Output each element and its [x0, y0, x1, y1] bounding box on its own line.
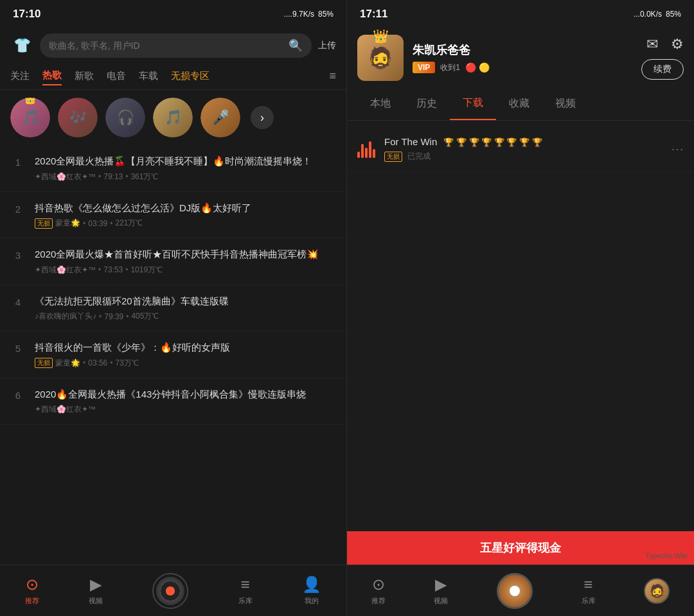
library-label: 乐库: [238, 596, 253, 606]
shirt-icon[interactable]: 👕: [10, 34, 33, 57]
song-title-4: 《无法抗拒无限循环20首洗脑曲》车载连版碟: [35, 294, 336, 309]
download-song-title: For The Win 🏆 🏆 🏆 🏆 🏆 🏆 🏆 🏆: [384, 136, 662, 147]
tab-car[interactable]: 车载: [139, 67, 158, 85]
waveform-icon: [357, 140, 375, 158]
song-meta-3: ✦西域🌸红衣✦™ • 73:53 • 1019万℃: [35, 265, 336, 276]
right-library-icon: ≡: [584, 576, 593, 594]
download-song-info: For The Win 🏆 🏆 🏆 🏆 🏆 🏆 🏆 🏆 无损 已完成: [384, 136, 662, 162]
download-lossless-badge: 无损: [384, 152, 402, 162]
song-title-1: 2020全网最火热播🍒【月亮不睡我不睡】🔥时尚潮流慢摇串烧！: [35, 154, 336, 169]
left-bottom-nav: ⊙ 推荐 ▶ 视频 ≡ 乐库 👤 我的: [0, 565, 346, 616]
song-info-3: 2020全网最火爆★首首好听★百听不厌快手抖音热播神曲冠军榜💥 ✦西域🌸红衣✦™…: [35, 247, 336, 276]
right-video-label: 视频: [434, 596, 448, 606]
tab-follow[interactable]: 关注: [10, 67, 30, 85]
song-num-6: 6: [10, 387, 26, 401]
vip-row: VIP 收到1 🔴 🟡: [413, 62, 632, 73]
star-banner-text: 五星好评得现金: [480, 540, 561, 556]
left-nav-library[interactable]: ≡ 乐库: [238, 576, 253, 606]
right-time: 17:11: [360, 8, 387, 21]
song-item-6[interactable]: 6 2020🔥全网最火热播《143分钟抖音小阿枫合集》慢歌连版串烧 ✦西域🌸红衣…: [0, 378, 346, 425]
song-artist-6: ✦西域🌸红衣✦™: [35, 404, 96, 415]
song-item-3[interactable]: 3 2020全网最火爆★首首好听★百听不厌快手抖音热播神曲冠军榜💥 ✦西域🌸红衣…: [0, 238, 346, 285]
right-nav-library[interactable]: ≡ 乐库: [582, 576, 596, 606]
song-item-4[interactable]: 4 《无法抗拒无限循环20首洗脑曲》车载连版碟 ♪喜欢嗨的疯丫头♪ • 79:3…: [0, 285, 346, 332]
tab-new[interactable]: 新歌: [75, 67, 94, 85]
mail-icon[interactable]: ✉: [646, 36, 658, 53]
download-item-1[interactable]: For The Win 🏆 🏆 🏆 🏆 🏆 🏆 🏆 🏆 无损 已完成 ⋯: [347, 126, 694, 173]
user-info: 朱凯乐爸爸 VIP 收到1 🔴 🟡: [413, 42, 632, 73]
renew-button[interactable]: 续费: [641, 59, 684, 80]
header-action-icons: ✉ ⚙: [646, 36, 684, 53]
tab-electronic[interactable]: 电音: [107, 67, 126, 85]
left-nav-mine[interactable]: 👤 我的: [302, 576, 321, 606]
song-title-2: 抖音热歌《怎么做怎么过怎么活》DJ版🔥太好听了: [35, 201, 336, 216]
right-nav-album[interactable]: [497, 573, 533, 609]
left-status-bar: 17:10 ....9.7K/s 85%: [0, 0, 346, 28]
avatar-1[interactable]: 👑 🎵: [10, 98, 50, 137]
right-nav-video[interactable]: ▶ 视频: [434, 576, 448, 606]
lossless-badge-2: 无损: [35, 218, 53, 229]
left-nav-video[interactable]: ▶ 视频: [89, 576, 103, 606]
song-artist-1: ✦西域🌸红衣✦™: [35, 172, 96, 182]
right-tab-favorite[interactable]: 收藏: [496, 88, 542, 119]
watermark: Typecho.Wiki: [646, 552, 688, 559]
song-num-5: 5: [10, 340, 26, 354]
search-input[interactable]: [49, 40, 283, 51]
user-header: 👑 🧔 朱凯乐爸爸 VIP 收到1 🔴 🟡 ✉ ⚙ 续费: [347, 28, 694, 87]
right-tab-download[interactable]: 下载: [450, 87, 496, 120]
left-panel: 17:10 ....9.7K/s 85% 👕 🔍 上传 关注 热歌 新歌 电音 …: [0, 0, 347, 616]
song-meta-2: 无损 蒙童🌟 • 03:39 • 221万℃: [35, 218, 336, 229]
video-label: 视频: [89, 596, 103, 606]
song-title-6: 2020🔥全网最火热播《143分钟抖音小阿枫合集》慢歌连版串烧: [35, 387, 336, 402]
search-bar: 👕 🔍 上传: [0, 28, 346, 63]
song-info-1: 2020全网最火热播🍒【月亮不睡我不睡】🔥时尚潮流慢摇串烧！ ✦西域🌸红衣✦™ …: [35, 154, 336, 182]
download-more-button[interactable]: ⋯: [671, 141, 684, 157]
avatar-more[interactable]: ›: [251, 106, 274, 129]
song-artist-4: ♪喜欢嗨的疯丫头♪: [35, 311, 96, 322]
avatar-5[interactable]: 🎤: [200, 98, 240, 137]
right-user-avatar: 🧔: [644, 578, 670, 604]
left-battery: 85%: [318, 10, 334, 19]
avatar-2[interactable]: 🎶: [58, 98, 98, 137]
vip-badge: VIP: [413, 62, 435, 73]
tab-lossless[interactable]: 无损专区: [171, 67, 209, 85]
download-trophy-icons: 🏆 🏆 🏆 🏆 🏆 🏆 🏆 🏆: [443, 137, 542, 147]
right-nav-user[interactable]: 🧔: [644, 578, 670, 604]
upload-button[interactable]: 上传: [318, 40, 336, 51]
nav-more-icon[interactable]: ≡: [329, 69, 336, 83]
right-video-icon: ▶: [435, 576, 447, 594]
recommend-label: 推荐: [25, 596, 39, 606]
song-item-5[interactable]: 5 抖音很火的一首歌《少年》：🔥好听的女声版 无损 蒙童🌟 • 03:56 • …: [0, 331, 346, 378]
left-time: 17:10: [13, 8, 40, 21]
avatar-3[interactable]: 🎧: [105, 98, 145, 137]
song-num-3: 3: [10, 247, 26, 261]
star-banner[interactable]: 五星好评得现金: [347, 531, 694, 565]
right-nav-recommend[interactable]: ⊙ 推荐: [371, 576, 386, 606]
song-artist-5: 蒙童🌟: [55, 358, 80, 369]
avatar-row: 👑 🎵 🎶 🎧 🎵 🎤 ›: [0, 90, 346, 145]
right-tab-local[interactable]: 本地: [357, 88, 404, 119]
right-tab-video[interactable]: 视频: [542, 88, 589, 119]
right-recommend-icon: ⊙: [372, 576, 385, 594]
right-battery: 85%: [666, 10, 681, 19]
avatar-4[interactable]: 🎵: [153, 98, 193, 137]
right-tab-history[interactable]: 历史: [404, 88, 450, 119]
song-item-1[interactable]: 1 2020全网最火热播🍒【月亮不睡我不睡】🔥时尚潮流慢摇串烧！ ✦西域🌸红衣✦…: [0, 145, 346, 192]
tab-hot[interactable]: 热歌: [42, 67, 62, 85]
fire-coin-icon: 🔴 🟡: [465, 62, 490, 73]
settings-icon[interactable]: ⚙: [671, 36, 684, 53]
right-library-label: 乐库: [582, 596, 596, 606]
vinyl-disc: [152, 573, 188, 609]
song-artist-3: ✦西域🌸红衣✦™: [35, 265, 96, 276]
right-nav-tabs: 本地 历史 下载 收藏 视频: [347, 87, 694, 121]
song-item-2[interactable]: 2 抖音热歌《怎么做怎么过怎么活》DJ版🔥太好听了 无损 蒙童🌟 • 03:39…: [0, 192, 346, 239]
left-nav-vinyl[interactable]: [152, 573, 188, 609]
left-nav-recommend[interactable]: ⊙ 推荐: [25, 576, 39, 606]
song-num-2: 2: [10, 201, 26, 215]
search-icon[interactable]: 🔍: [289, 39, 303, 53]
user-avatar-wrap[interactable]: 👑 🧔: [357, 35, 404, 81]
search-input-wrap[interactable]: 🔍: [40, 33, 312, 58]
right-panel: 17:11 ...0.0K/s 85% 👑 🧔 朱凯乐爸爸 VIP 收到1 🔴 …: [347, 0, 694, 616]
song-meta-1: ✦西域🌸红衣✦™ • 79:13 • 361万℃: [35, 172, 336, 182]
song-list: 1 2020全网最火热播🍒【月亮不睡我不睡】🔥时尚潮流慢摇串烧！ ✦西域🌸红衣✦…: [0, 145, 346, 565]
